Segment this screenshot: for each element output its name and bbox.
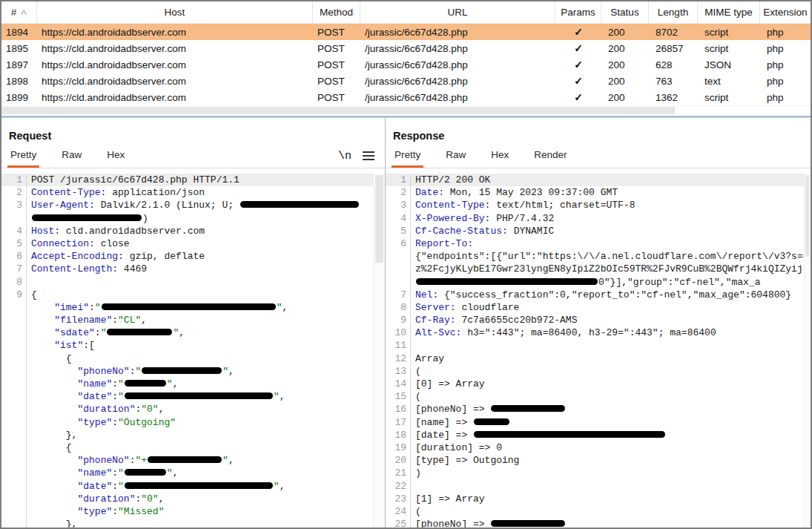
line-text: { [27, 441, 373, 454]
cell-host: https://cld.androidadbserver.com [37, 76, 313, 87]
syntax-name: Connection: [31, 238, 95, 249]
line-text: User-Agent: Dalvik/2.1.0 (Linux; U; [27, 199, 373, 211]
line-text: ( [411, 390, 805, 403]
code-line: 24( [386, 505, 805, 518]
column-header-label: Length [658, 7, 688, 18]
cell-length: 763 [649, 76, 698, 87]
soft-wrap-toggle-icon[interactable] [308, 147, 327, 165]
request-editor[interactable]: 1POST /jurassic/6c67d428.php HTTP/1.12Co… [1, 174, 373, 529]
response-vertical-scrollbar[interactable] [804, 174, 811, 529]
tab-raw[interactable]: Raw [444, 147, 467, 168]
table-row[interactable]: 1895https://cld.androidadbserver.comPOST… [1, 40, 811, 56]
column-header-method[interactable]: Method [313, 1, 360, 23]
syntax-name: "date" [77, 481, 112, 492]
redaction-bar [491, 520, 565, 527]
line-number: 11 [386, 339, 411, 352]
show-newlines-toggle[interactable]: \n [338, 150, 351, 162]
sort-ascending-icon: ∧ [20, 7, 28, 17]
request-vertical-scrollbar[interactable] [373, 174, 385, 529]
syntax-plain: {"success_fraction":0,"report_to":"cf-ne… [438, 289, 791, 300]
cell-method: POST [313, 92, 360, 103]
syntax-plain [31, 404, 77, 415]
syntax-plain: , [159, 404, 165, 415]
code-line: }, [1, 518, 373, 529]
tab-raw[interactable]: Raw [60, 147, 83, 168]
syntax-plain: [date] => [415, 430, 473, 441]
column-header-params[interactable]: Params [555, 1, 601, 23]
redaction-bar [32, 214, 142, 221]
line-text: [0] => Array [411, 378, 805, 390]
column-header-status[interactable]: Status [601, 1, 649, 23]
syntax-plain: , [280, 391, 285, 402]
cell-ext: php [760, 92, 811, 103]
table-row[interactable]: 1897https://cld.androidadbserver.comPOST… [1, 56, 811, 73]
editor-menu-icon[interactable] [363, 149, 374, 162]
response-panel: Response PrettyRawHexRender 1HTTP/2 200 … [386, 118, 811, 529]
column-header-host[interactable]: Host [37, 1, 313, 23]
syntax-plain: , [173, 378, 179, 390]
cell-method: POST [313, 27, 360, 38]
cell-id: 1895 [1, 43, 37, 54]
column-header-url[interactable]: URL [360, 1, 555, 23]
code-line: "sdate":"", [1, 326, 373, 339]
response-editor[interactable]: 1HTTP/2 200 OK2Date: Mon, 15 May 2023 09… [386, 174, 805, 529]
line-number: 7 [386, 289, 411, 301]
column-header-length[interactable]: Length [649, 1, 698, 23]
redaction-bar [416, 278, 598, 285]
line-text: [name] => [411, 416, 805, 429]
line-number: 6 [1, 250, 27, 263]
syntax-plain: [phoneNo] => [415, 404, 490, 415]
code-line: 13( [386, 365, 805, 378]
cell-status: 200 [601, 27, 649, 38]
code-line: 8 [1, 276, 373, 289]
horizontal-scrollbar-thumb[interactable] [1, 107, 675, 114]
syntax-plain [31, 378, 77, 390]
table-row[interactable]: 1894https://cld.androidadbserver.comPOST… [1, 24, 811, 40]
line-text: "name":"", [27, 467, 373, 479]
code-line: "date":"", [1, 390, 373, 403]
code-line: "duration":"0", [1, 493, 373, 505]
tab-render[interactable]: Render [532, 147, 568, 168]
tab-hex[interactable]: Hex [489, 147, 510, 168]
request-scrollbar-thumb[interactable] [375, 175, 383, 263]
code-line: 1HTTP/2 200 OK [386, 174, 805, 186]
line-number: 13 [386, 365, 411, 378]
column-header--[interactable]: #∧ [1, 1, 37, 23]
tab-pretty[interactable]: Pretty [393, 147, 422, 168]
table-row[interactable]: 1899https://cld.androidadbserver.comPOST… [1, 89, 811, 105]
syntax-string: " [118, 391, 124, 402]
line-text: [duration] => 0 [411, 441, 805, 454]
code-line: 3User-Agent: Dalvik/2.1.0 (Linux; U; [1, 199, 373, 211]
code-line: 7Content-Length: 4469 [1, 263, 373, 275]
line-number: 3 [386, 199, 411, 211]
cell-params: ✓ [555, 59, 601, 70]
code-line: 18[date] => [386, 429, 805, 441]
response-scrollbar-thumb[interactable] [805, 175, 809, 257]
code-line: z%2FcjyKLybE17Gwr23lyngEN8yIpiZ2bOIc59TR… [386, 263, 805, 275]
code-line: 9{ [1, 289, 373, 301]
tab-pretty[interactable]: Pretty [9, 147, 38, 168]
syntax-plain: , [141, 315, 147, 326]
column-header-extension[interactable]: Extension [760, 1, 811, 23]
line-text: Accept-Encoding: gzip, deflate [27, 250, 373, 263]
cell-mime: text [698, 76, 760, 87]
line-number [1, 378, 27, 390]
line-text: [phoneNo] => [411, 518, 805, 529]
syntax-plain: application/json [106, 187, 205, 198]
line-number: 7 [1, 263, 27, 275]
code-line: 4X-Powered-By: PHP/7.4.32 [386, 212, 805, 225]
response-tabs: PrettyRawHexRender [393, 147, 811, 168]
redaction-bar [107, 329, 172, 335]
column-header-mime-type[interactable]: MIME type [698, 1, 760, 23]
line-number [1, 390, 27, 403]
cell-method: POST [313, 59, 360, 70]
tab-hex[interactable]: Hex [105, 147, 126, 168]
line-number: 4 [386, 212, 411, 225]
code-line: 20[type] => Outgoing [386, 454, 805, 467]
redaction-bar [474, 418, 509, 425]
line-text: ) [411, 467, 805, 479]
http-history-table: #∧HostMethodURLParamsStatusLengthMIME ty… [1, 1, 811, 115]
table-horizontal-scrollbar[interactable] [1, 105, 811, 115]
syntax-plain [31, 467, 77, 479]
table-row[interactable]: 1898https://cld.androidadbserver.comPOST… [1, 73, 811, 89]
